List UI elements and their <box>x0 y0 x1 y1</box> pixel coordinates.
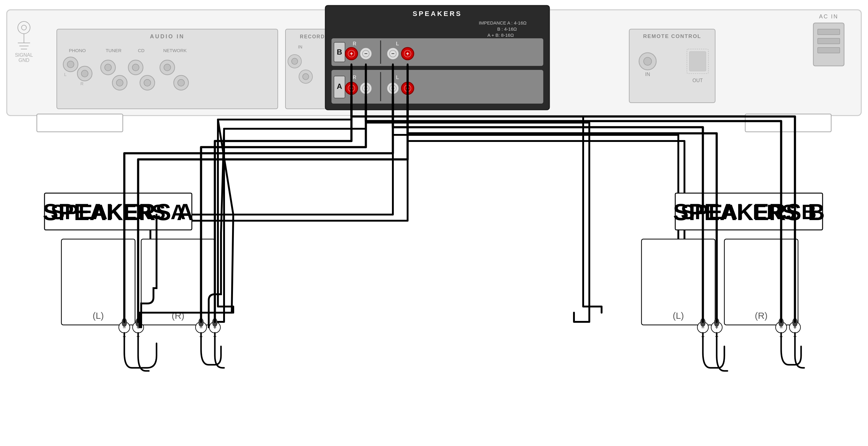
svg-point-18 <box>81 70 88 77</box>
svg-text:(L): (L) <box>93 310 104 321</box>
svg-point-119 <box>133 322 144 333</box>
svg-rect-105 <box>687 49 708 74</box>
svg-point-154 <box>779 318 784 327</box>
svg-text:−: − <box>391 85 395 91</box>
svg-rect-106 <box>689 52 706 71</box>
svg-rect-55 <box>399 50 414 66</box>
svg-point-27 <box>132 64 139 71</box>
svg-text:+: + <box>136 324 140 331</box>
svg-text:OUT: OUT <box>334 44 343 49</box>
svg-point-22 <box>105 64 112 71</box>
svg-text:−: − <box>701 333 705 340</box>
svg-point-121 <box>119 322 130 333</box>
svg-point-53 <box>373 70 386 83</box>
svg-rect-43 <box>326 50 341 66</box>
svg-text:AC IN: AC IN <box>819 13 838 20</box>
svg-text:−: − <box>123 324 126 331</box>
svg-point-103 <box>644 57 652 65</box>
svg-point-14 <box>63 57 78 72</box>
svg-rect-57 <box>399 70 414 86</box>
svg-text:L: L <box>64 72 67 77</box>
svg-text:REMOTE CONTROL: REMOTE CONTROL <box>643 33 701 39</box>
svg-point-40 <box>291 58 298 64</box>
svg-text:IN: IN <box>372 44 376 49</box>
svg-text:+: + <box>794 324 797 331</box>
svg-rect-45 <box>326 70 341 86</box>
svg-point-102 <box>639 53 656 70</box>
speakers-a-title: SPEAKERS A <box>45 195 191 229</box>
svg-text:IN: IN <box>298 44 302 49</box>
svg-point-151 <box>776 322 787 333</box>
svg-point-153 <box>793 318 797 327</box>
svg-point-89 <box>360 82 372 94</box>
svg-rect-44 <box>328 53 338 64</box>
svg-point-149 <box>789 322 801 333</box>
svg-rect-46 <box>328 73 338 83</box>
svg-text:RECORDER-1: RECORDER-1 <box>300 34 339 39</box>
svg-text:(R): (R) <box>755 310 768 321</box>
svg-rect-1 <box>37 114 123 132</box>
svg-rect-111 <box>818 38 840 44</box>
svg-point-129 <box>195 322 207 333</box>
svg-text:GND: GND <box>19 58 29 63</box>
svg-text:+: + <box>136 333 140 340</box>
svg-point-39 <box>288 55 301 68</box>
svg-point-76 <box>387 47 399 60</box>
svg-text:RECORDER-2: RECORDER-2 <box>374 34 412 39</box>
svg-text:−: − <box>364 50 368 57</box>
svg-point-127 <box>209 322 220 333</box>
svg-point-24 <box>116 79 123 86</box>
svg-point-97 <box>401 82 414 94</box>
svg-text:R: R <box>353 75 356 80</box>
svg-point-15 <box>67 61 74 68</box>
svg-text:−: − <box>364 85 368 91</box>
svg-point-28 <box>140 75 155 90</box>
svg-rect-58 <box>401 73 412 83</box>
svg-point-17 <box>78 66 92 81</box>
svg-text:NETWORK: NETWORK <box>163 48 187 53</box>
svg-text:+: + <box>793 333 797 340</box>
svg-point-131 <box>212 318 217 327</box>
svg-point-87 <box>348 85 355 92</box>
svg-text:−: − <box>779 333 783 340</box>
svg-rect-0 <box>7 10 861 115</box>
svg-text:+: + <box>715 324 718 331</box>
svg-point-41 <box>299 70 312 83</box>
svg-rect-11 <box>57 29 278 109</box>
svg-point-51 <box>362 55 375 68</box>
svg-text:A + B:  8-16Ω: A + B: 8-16Ω <box>487 33 514 38</box>
svg-text:+: + <box>213 324 217 331</box>
svg-text:−: − <box>122 333 126 340</box>
svg-rect-109 <box>813 23 844 66</box>
svg-text:+: + <box>350 50 353 57</box>
svg-text:SIGNAL: SIGNAL <box>15 53 33 58</box>
svg-point-124 <box>122 318 127 327</box>
svg-rect-110 <box>818 29 840 35</box>
svg-text:+: + <box>406 50 409 57</box>
svg-rect-35 <box>285 29 353 109</box>
svg-point-68 <box>345 47 358 60</box>
svg-rect-47 <box>359 29 427 109</box>
svg-text:(L): (L) <box>673 310 684 321</box>
svg-point-32 <box>164 64 170 71</box>
svg-point-54 <box>376 74 382 80</box>
svg-point-139 <box>711 322 722 333</box>
svg-rect-147 <box>724 239 798 325</box>
svg-text:TUNER: TUNER <box>105 48 122 53</box>
svg-text:CD: CD <box>138 48 145 53</box>
svg-point-71 <box>360 47 372 60</box>
svg-text:B: B <box>337 48 342 56</box>
svg-point-79 <box>401 47 414 60</box>
svg-text:OUT: OUT <box>407 44 416 49</box>
svg-point-21 <box>101 60 115 75</box>
svg-point-23 <box>112 75 127 90</box>
svg-point-3 <box>18 22 30 34</box>
svg-point-33 <box>174 75 188 90</box>
svg-point-69 <box>348 50 355 57</box>
svg-point-52 <box>365 58 371 64</box>
svg-point-26 <box>128 60 143 75</box>
svg-rect-59 <box>326 5 549 110</box>
svg-text:R: R <box>353 41 356 46</box>
svg-text:AUDIO   IN: AUDIO IN <box>150 33 185 39</box>
svg-text:A: A <box>337 82 342 91</box>
